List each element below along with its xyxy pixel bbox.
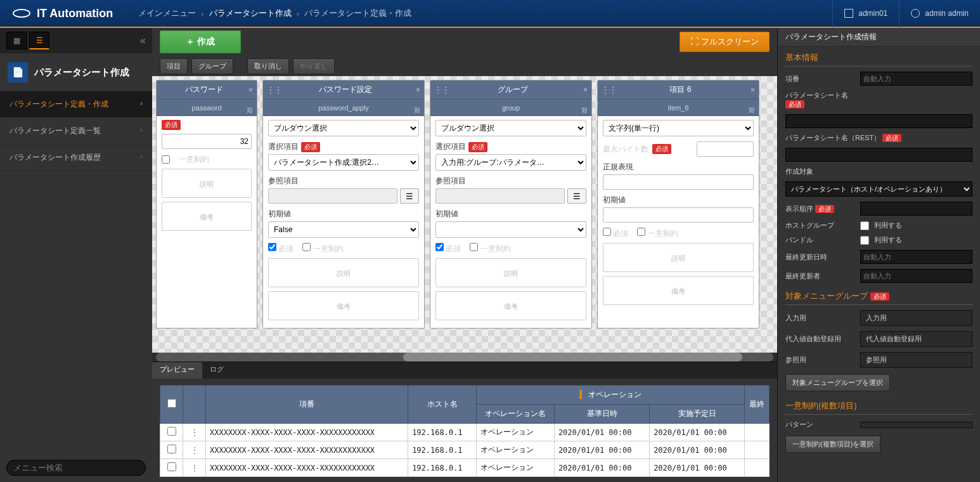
desc-area[interactable]: 説明 (435, 258, 586, 287)
create-button[interactable]: ＋ 作成 (160, 30, 241, 53)
row-menu[interactable]: ⋮ (183, 424, 206, 441)
required-badge: 必須 (468, 142, 487, 152)
type-select[interactable]: プルダウン選択 (268, 120, 419, 136)
prop-sheetname-input[interactable] (785, 114, 972, 128)
prop-order-input[interactable] (860, 202, 972, 216)
sidebar-title: 📄 パラメータシート作成 (0, 53, 152, 91)
close-icon[interactable]: × (583, 86, 588, 94)
prop-updated-input (860, 250, 972, 264)
columns-canvas[interactable]: パスワード × password ⛓ 必須 一意制約 (152, 76, 777, 353)
unique-checkbox[interactable] (302, 243, 311, 251)
note-area[interactable]: 備考 (603, 276, 754, 305)
fullscreen-button[interactable]: ⛶ フルスクリーン (680, 32, 770, 52)
list-view-icon[interactable]: ☰ (29, 32, 49, 49)
ref-input (435, 188, 565, 204)
select-unique-button[interactable]: 一意制約(複数項目)を選択 (785, 436, 880, 453)
note-area[interactable]: 備考 (268, 291, 419, 320)
drag-handle-icon[interactable]: ⋮⋮ (434, 86, 443, 94)
sidebar-item-define[interactable]: パラメータシート定義・作成 › (0, 91, 152, 118)
link-icon[interactable]: ⛓ (414, 102, 420, 119)
drag-handle-icon[interactable]: ⋮⋮ (602, 86, 610, 94)
type-select[interactable]: プルダウン選択 (435, 120, 586, 136)
required-label: 必須 (613, 229, 628, 238)
group-button[interactable]: グループ (191, 58, 233, 74)
row-menu-header[interactable]: ⋮ (183, 386, 206, 424)
close-icon[interactable]: × (416, 86, 420, 94)
link-icon[interactable]: ⛓ (247, 102, 253, 119)
cell-no: XXXXXXXX-XXXX-XXXX-XXXX-XXXXXXXXXXXX (206, 441, 408, 459)
close-icon[interactable]: × (248, 86, 253, 94)
init-select[interactable]: False (268, 221, 419, 238)
maxbytes-label: 最大バイト数 (603, 144, 648, 155)
row-menu[interactable]: ⋮ (183, 459, 206, 477)
maxbytes-input[interactable] (697, 141, 754, 157)
init-input[interactable] (603, 207, 754, 223)
required-checkbox[interactable] (268, 243, 276, 251)
hostgroup-checkbox[interactable] (860, 221, 869, 230)
unique-checkbox[interactable] (162, 155, 170, 164)
select-item-select[interactable]: 入力用:グループ:パラメータ… (435, 154, 586, 171)
row-checkbox[interactable] (167, 445, 176, 453)
row-checkbox[interactable] (167, 427, 176, 436)
sidebar-item-history[interactable]: パラメータシート作成履歴 › (0, 145, 152, 171)
cell-last (745, 441, 770, 459)
note-area[interactable]: 備考 (162, 202, 252, 231)
h-scrollbar[interactable] (156, 353, 773, 362)
workspace: ＋ 作成 ⛶ フルスクリーン 項目 グループ 取り消し やり直し パスワード × (152, 28, 777, 482)
cell-host: 192.168.0.1 (408, 441, 477, 459)
breadcrumb-item[interactable]: メインメニュー (138, 8, 196, 19)
note-area[interactable]: 備考 (435, 291, 586, 320)
ref-list-button[interactable]: ☰ (567, 188, 586, 204)
ref-list-button[interactable]: ☰ (400, 188, 419, 204)
unique-checkbox[interactable] (470, 243, 478, 251)
row-menu[interactable]: ⋮ (183, 441, 206, 459)
drag-handle-icon[interactable]: ⋮⋮ (267, 86, 276, 94)
select-all-checkbox[interactable] (167, 399, 176, 408)
redo-button[interactable]: やり直し (293, 58, 335, 74)
regex-input[interactable] (603, 174, 754, 190)
select-menugroup-button[interactable]: 対象メニューグループを選択 (785, 374, 890, 391)
select-item-select[interactable]: パラメータシート作成:選択2… (268, 154, 419, 171)
sidebar-item-list[interactable]: パラメータシート定義一覧 › (0, 118, 152, 145)
unique-checkbox[interactable] (637, 228, 645, 236)
desc-area[interactable]: 説明 (268, 258, 419, 287)
link-icon[interactable]: ⛓ (581, 102, 588, 119)
required-checkbox[interactable] (603, 228, 611, 236)
cell-no: XXXXXXXX-XXXX-XXXX-XXXX-XXXXXXXXXXXX (206, 459, 408, 477)
app-header: IT Automation メインメニュー › パラメータシート作成 › パラメ… (0, 0, 980, 28)
undo-button[interactable]: 取り消し (247, 58, 289, 74)
maxbytes-input[interactable] (162, 134, 252, 149)
tab-log[interactable]: ログ (202, 362, 231, 379)
row-checkbox[interactable] (167, 462, 176, 471)
type-select[interactable]: 文字列(単一行) (603, 120, 754, 136)
required-checkbox[interactable] (435, 243, 444, 251)
section-menugroup: 対象メニューグループ 必須 (778, 285, 980, 308)
tab-preview[interactable]: プレビュー (152, 362, 202, 379)
table-row: ⋮ XXXXXXXX-XXXX-XXXX-XXXX-XXXXXXXXXXXX 1… (160, 459, 770, 477)
col-base-date: 基準日時 (554, 405, 649, 424)
prop-updater-label: 最終更新者 (785, 271, 855, 281)
menu-search-input[interactable] (6, 460, 146, 476)
prop-bundle-label: バンドル (785, 235, 855, 245)
prop-target-select[interactable]: パラメータシート（ホスト/オペレーションあり） (785, 181, 972, 197)
desc-area[interactable]: 説明 (603, 243, 754, 272)
init-select[interactable] (435, 221, 586, 238)
bundle-checkbox[interactable] (860, 236, 869, 245)
chevron-right-icon: › (140, 152, 143, 163)
collapse-icon[interactable]: « (140, 35, 146, 46)
tenant-button[interactable]: admin01 (832, 0, 899, 27)
breadcrumb-item[interactable]: パラメータシート作成 (209, 8, 292, 19)
select-label: 選択項目 (435, 141, 466, 152)
item-button[interactable]: 項目 (160, 58, 188, 74)
logo-icon (13, 9, 30, 18)
prop-sheetrest-input[interactable] (785, 148, 972, 162)
close-icon[interactable]: × (751, 86, 755, 94)
column-name: item_6 (667, 104, 688, 112)
link-icon[interactable]: ⛓ (749, 102, 755, 119)
desc-area[interactable]: 説明 (162, 169, 252, 198)
required-label: 必須 (278, 244, 293, 253)
grid-view-icon[interactable]: ▦ (6, 32, 27, 49)
prop-pattern-val (860, 422, 972, 428)
regex-label: 正規表現 (603, 162, 754, 173)
user-button[interactable]: admin admin (899, 0, 980, 27)
